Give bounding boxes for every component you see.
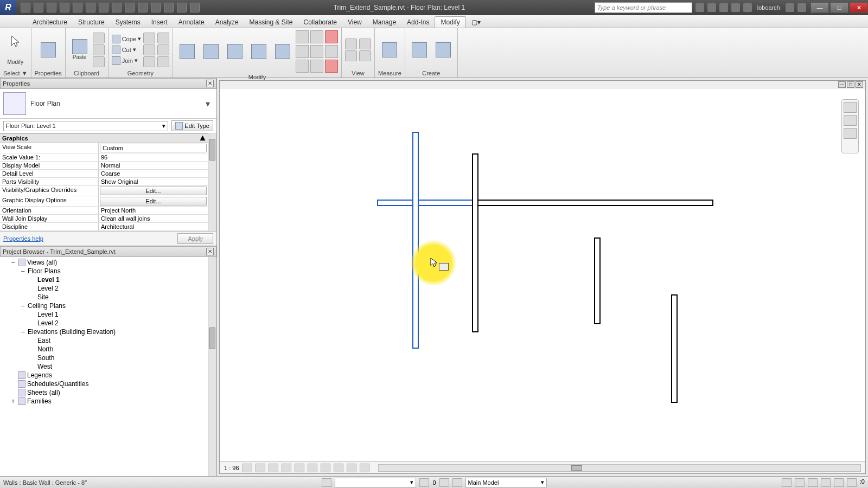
- reveal-icon[interactable]: [360, 464, 369, 472]
- qat-customize-icon[interactable]: [190, 3, 200, 12]
- qat-open-icon[interactable]: [21, 3, 30, 12]
- qat-measure-icon[interactable]: [86, 3, 95, 12]
- offset-icon[interactable]: [310, 30, 323, 43]
- tab-architecture[interactable]: Architecture: [27, 17, 73, 28]
- tab-modify[interactable]: Modify: [435, 16, 465, 28]
- tree-node[interactable]: −Views (all): [0, 258, 208, 267]
- view-min-icon[interactable]: —: [838, 81, 846, 88]
- paste-button[interactable]: Paste: [69, 34, 91, 66]
- sun-path-icon[interactable]: [269, 464, 278, 472]
- workset-icon[interactable]: [322, 478, 331, 487]
- edit-type-button[interactable]: Edit Type: [171, 120, 213, 131]
- create-group-button[interactable]: [432, 34, 454, 66]
- tab-collaborate[interactable]: Collaborate: [298, 17, 342, 28]
- tab-annotate[interactable]: Annotate: [173, 17, 210, 28]
- trim-button[interactable]: [248, 36, 270, 67]
- detail-level-icon[interactable]: [242, 464, 252, 472]
- scale-icon[interactable]: [325, 45, 338, 58]
- qat-save-icon[interactable]: [34, 3, 43, 12]
- browser-close-icon[interactable]: ✕: [206, 248, 214, 255]
- favorite-icon[interactable]: [731, 3, 740, 12]
- qat-sync-icon[interactable]: [99, 3, 108, 12]
- prop-row[interactable]: Parts VisibilityShow Original: [0, 178, 208, 186]
- tree-expander-icon[interactable]: −: [20, 302, 26, 310]
- tree-node[interactable]: Schedules/Quantities: [0, 380, 208, 388]
- search-go-icon[interactable]: [695, 3, 704, 12]
- properties-close-icon[interactable]: ✕: [206, 80, 214, 87]
- drag-elements-icon[interactable]: [834, 478, 844, 487]
- cut-button[interactable]: Cut▾: [112, 45, 141, 55]
- view-scale[interactable]: 1 : 96: [224, 465, 239, 471]
- join-button[interactable]: Join▾: [112, 56, 141, 66]
- tree-node[interactable]: Level 1: [0, 275, 208, 284]
- unhide-icon[interactable]: [334, 464, 343, 472]
- prop-row[interactable]: Wall Join DisplayClean all wall joins: [0, 215, 208, 223]
- match-type-icon[interactable]: [93, 56, 105, 67]
- maximize-button[interactable]: □: [830, 2, 848, 13]
- shadows-icon[interactable]: [282, 464, 291, 472]
- tree-node[interactable]: Sheets (all): [0, 388, 208, 397]
- copy-button[interactable]: [200, 36, 222, 67]
- select-underlay-icon[interactable]: [795, 478, 805, 487]
- wall-vertical-4[interactable]: [671, 294, 678, 403]
- qat-text-icon[interactable]: [112, 3, 122, 12]
- search-input[interactable]: Type a keyword or phrase: [595, 2, 692, 13]
- qat-redo-icon[interactable]: [60, 3, 69, 12]
- qat-undo-icon[interactable]: [47, 3, 56, 12]
- crop-view-icon[interactable]: [308, 464, 317, 472]
- view-icon-2[interactable]: [345, 50, 357, 61]
- tab-play-icon[interactable]: ▢▾: [466, 17, 486, 28]
- view-icon-3[interactable]: [359, 38, 371, 49]
- prop-row[interactable]: OrientationProject North: [0, 207, 208, 215]
- prop-row[interactable]: Scale Value 1:96: [0, 153, 208, 162]
- prop-value[interactable]: Custom: [100, 144, 207, 152]
- array-icon[interactable]: [310, 45, 323, 58]
- geom-icon-4[interactable]: [157, 33, 169, 43]
- split-button[interactable]: [272, 36, 293, 67]
- tree-node[interactable]: Site: [0, 293, 208, 301]
- nav-zoom-icon[interactable]: [844, 128, 857, 139]
- apply-button[interactable]: Apply: [177, 233, 213, 244]
- tree-node[interactable]: Legends: [0, 371, 208, 380]
- subscription-icon[interactable]: [707, 3, 716, 12]
- tab-massing-site[interactable]: Massing & Site: [244, 17, 298, 28]
- group-graphics[interactable]: Graphics⯅: [0, 133, 208, 143]
- properties-scrollbar[interactable]: [208, 133, 216, 231]
- filter-icon[interactable]: [847, 478, 857, 487]
- wall-horizontal-right[interactable]: [478, 200, 713, 206]
- tree-node[interactable]: −Floor Plans: [0, 267, 208, 275]
- tree-node[interactable]: Level 2: [0, 319, 208, 328]
- delete-icon[interactable]: [325, 60, 338, 73]
- prop-row[interactable]: Visibility/Graphics OverridesEdit...: [0, 186, 208, 196]
- active-workset-icon[interactable]: [439, 478, 449, 487]
- design-options-combo[interactable]: ▾: [335, 478, 416, 487]
- prop-row[interactable]: Display ModelNormal: [0, 162, 208, 170]
- prop-row[interactable]: View ScaleCustom: [0, 143, 208, 153]
- exchange-apps-icon[interactable]: [786, 3, 794, 12]
- copy-clipboard-icon[interactable]: [93, 44, 105, 55]
- wall-vertical-1[interactable]: [412, 132, 419, 349]
- prop-row[interactable]: DisciplineArchitectural: [0, 223, 208, 231]
- workset-combo[interactable]: Main Model▾: [465, 478, 547, 487]
- close-button[interactable]: ✕: [850, 2, 868, 13]
- rendering-icon[interactable]: [295, 464, 304, 472]
- view-icon-1[interactable]: [345, 38, 357, 49]
- temp-hide-icon[interactable]: [347, 464, 356, 472]
- signin-icon[interactable]: [743, 3, 752, 12]
- select-face-icon[interactable]: [821, 478, 831, 487]
- tree-node[interactable]: +Families: [0, 397, 208, 406]
- select-pinned-icon[interactable]: [808, 478, 818, 487]
- qat-switch-windows-icon[interactable]: [177, 3, 187, 12]
- nav-wheel-icon[interactable]: [844, 102, 857, 113]
- visual-style-icon[interactable]: [256, 464, 265, 472]
- wall-vertical-3[interactable]: [594, 237, 601, 324]
- tab-view[interactable]: View: [342, 17, 367, 28]
- tree-node[interactable]: Level 1: [0, 310, 208, 319]
- tree-node[interactable]: West: [0, 362, 208, 371]
- geom-icon-2[interactable]: [143, 44, 155, 55]
- tree-node[interactable]: East: [0, 336, 208, 345]
- tab-systems[interactable]: Systems: [110, 17, 146, 28]
- view-icon-4[interactable]: [359, 50, 371, 61]
- crop-region-icon[interactable]: [321, 464, 330, 472]
- app-logo[interactable]: R: [0, 0, 16, 15]
